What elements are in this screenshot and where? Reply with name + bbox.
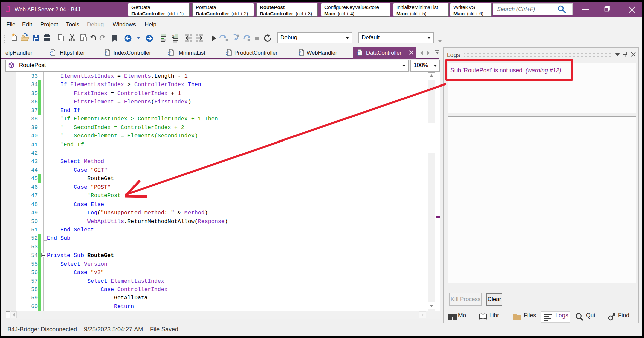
svg-text:2: 2: [172, 34, 174, 39]
